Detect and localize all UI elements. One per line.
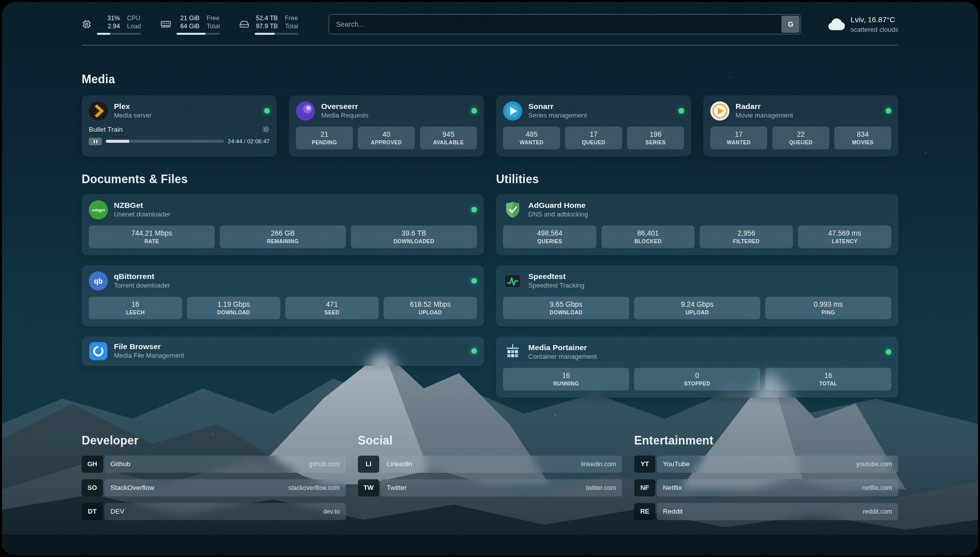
weather-widget: Lviv, 16.87°C scattered clouds — [827, 15, 898, 34]
stat-label: DOWNLOAD — [505, 309, 627, 315]
bookmark-name: YouTube — [663, 460, 690, 468]
media-grid: Plex Media server Bullet Train — [82, 95, 898, 156]
service-header: Speedtest Speedtest Tracking — [503, 271, 891, 291]
search-input[interactable] — [329, 14, 802, 34]
stat-value: 471 — [287, 300, 377, 308]
stat-filtered: 2,956 FILTERED — [700, 226, 793, 248]
service-name: Sonarr — [528, 101, 587, 112]
stat-label: DOWNLOADED — [353, 238, 475, 244]
filebrowser-icon — [89, 342, 108, 361]
stat-movies: 834 MOVIES — [834, 127, 891, 149]
stat-value: 40 — [360, 130, 413, 138]
disk-icon — [239, 19, 250, 29]
stat-value: 266 GB — [222, 229, 344, 237]
service-card-adguard[interactable]: AdGuard Home DNS and adblocking 498,564 … — [496, 194, 898, 255]
service-stats: 16 LEECH 1.19 Gbps DOWNLOAD 471 SEED — [89, 297, 477, 319]
bookmark-linkedin[interactable]: LI LinkedIn linkedin.com — [358, 456, 622, 473]
service-card-sonarr[interactable]: Sonarr Series management 485 WANTED — [496, 95, 691, 156]
service-card-qbittorrent[interactable]: qb qBittorrent Torrent downloader — [82, 265, 484, 326]
service-header: AdGuard Home DNS and adblocking — [503, 200, 891, 219]
service-card-overseerr[interactable]: Overseerr Media Requests 21 PENDING — [289, 95, 484, 156]
bookmark-netflix[interactable]: NF Netflix netflix.com — [634, 479, 898, 496]
dev-abbr-icon: DT — [82, 503, 103, 520]
service-card-filebrowser[interactable]: File Browser Media File Management — [82, 337, 484, 366]
stat-value: 16 — [505, 371, 627, 379]
portainer-icon — [503, 343, 522, 362]
service-header: Media Portainer Container management — [503, 343, 891, 362]
disk-free-value: 52.4 TB — [256, 14, 278, 22]
stat-running: 16 RUNNING — [503, 368, 629, 391]
stat-value: 16 — [767, 371, 889, 379]
bookmark-dev[interactable]: DT DEV dev.to — [82, 503, 346, 520]
service-desc: DNS and adblocking — [528, 210, 588, 219]
stat-label: AVAILABLE — [422, 139, 475, 145]
stackoverflow-abbr-icon: SO — [82, 479, 103, 496]
service-card-portainer[interactable]: Media Portainer Container management 16 … — [496, 337, 898, 398]
stat-label: DOWNLOAD — [189, 309, 278, 315]
stat-wanted: 17 WANTED — [710, 127, 767, 149]
stat-label: RATE — [91, 238, 213, 244]
stat-label: SEED — [287, 309, 377, 315]
service-desc: Torrent downloader — [114, 282, 170, 290]
service-stats: 9.65 Gbps DOWNLOAD 9.24 Gbps UPLOAD 0.99… — [503, 297, 891, 319]
bookmark-name: Twitter — [387, 484, 407, 491]
stat-value: 945 — [422, 130, 475, 138]
service-stats: 485 WANTED 17 QUEUED 196 SERIES — [503, 127, 684, 149]
stat-value: 39.6 TB — [353, 229, 475, 237]
service-card-plex[interactable]: Plex Media server Bullet Train — [82, 95, 277, 156]
service-name: AdGuard Home — [528, 200, 588, 210]
stat-label: PING — [767, 309, 889, 315]
stat-value: 17 — [712, 130, 765, 138]
bookmarks-area: Developer GH Github github.com SO StackO… — [82, 434, 898, 527]
resource-widgets: 31% 2.94 CPU Load — [82, 14, 298, 35]
netflix-abbr-icon: NF — [634, 479, 655, 496]
weather-location-temp: Lviv, 16.87°C — [850, 15, 898, 25]
pause-button[interactable] — [89, 138, 102, 145]
cloud-icon — [827, 17, 845, 31]
bookmark-url: reddit.com — [863, 508, 892, 515]
service-desc: Usenet downloader — [114, 210, 170, 219]
bookmark-url: stackoverflow.com — [288, 484, 340, 491]
bookmark-github[interactable]: GH Github github.com — [82, 456, 346, 473]
screen: 31% 2.94 CPU Load — [0, 0, 980, 557]
stat-value: 485 — [505, 130, 558, 138]
disk-total-value: 97.9 TB — [256, 22, 278, 30]
stat-value: 744.21 Mbps — [91, 229, 213, 237]
stat-upload: 9.24 Gbps UPLOAD — [634, 297, 760, 319]
status-dot-online — [471, 278, 477, 284]
bookmark-stackoverflow[interactable]: SO StackOverflow stackoverflow.com — [82, 479, 346, 496]
service-header: Overseerr Media Requests — [296, 101, 477, 121]
service-name: qBittorrent — [114, 271, 170, 282]
disk-label-top: Free — [285, 14, 298, 22]
service-name: NZBGet — [114, 200, 170, 210]
resource-disk: 52.4 TB 97.9 TB Free Total — [239, 14, 298, 35]
stat-value: 2,956 — [702, 229, 791, 237]
stat-label: SERIES — [629, 139, 682, 145]
service-stats: 17 WANTED 22 QUEUED 834 MOVIES — [710, 127, 891, 149]
service-stats: 498,564 QUERIES 86,401 BLOCKED 2,956 FIL… — [503, 226, 891, 248]
service-name: Overseerr — [321, 101, 369, 112]
bookmark-reddit[interactable]: RE Reddit reddit.com — [634, 503, 898, 520]
qbittorrent-icon: qb — [89, 271, 108, 291]
resource-cpu: 31% 2.94 CPU Load — [82, 14, 141, 35]
bookmark-twitter[interactable]: TW Twitter twitter.com — [358, 479, 622, 496]
bookmark-url: youtube.com — [856, 461, 892, 468]
stat-value: 0.993 ms — [767, 300, 889, 308]
bookmark-url: github.com — [309, 461, 340, 468]
search-provider-button[interactable]: G — [781, 16, 800, 33]
service-card-speedtest[interactable]: Speedtest Speedtest Tracking 9.65 Gbps D… — [496, 265, 898, 326]
bookmark-youtube[interactable]: YT YouTube youtube.com — [634, 456, 898, 473]
gear-icon[interactable] — [262, 126, 270, 133]
documents-section-title: Documents & Files — [82, 173, 484, 186]
stat-value: 834 — [836, 130, 889, 138]
service-desc: Media Requests — [321, 112, 369, 120]
bookmark-url: twitter.com — [586, 484, 616, 491]
stat-download: 1.19 Gbps DOWNLOAD — [187, 297, 280, 319]
stat-seed: 471 SEED — [285, 297, 379, 319]
memory-label-top: Free — [207, 14, 220, 22]
service-card-nzbget[interactable]: nzbget NZBGet Usenet downloader 74 — [82, 194, 484, 255]
stat-label: REMAINING — [222, 238, 344, 244]
service-card-radarr[interactable]: Radarr Movie management 17 WANTED 2 — [703, 95, 898, 156]
cpu-label-bottom: Load — [127, 22, 141, 30]
stat-label: QUEUED — [774, 139, 827, 145]
